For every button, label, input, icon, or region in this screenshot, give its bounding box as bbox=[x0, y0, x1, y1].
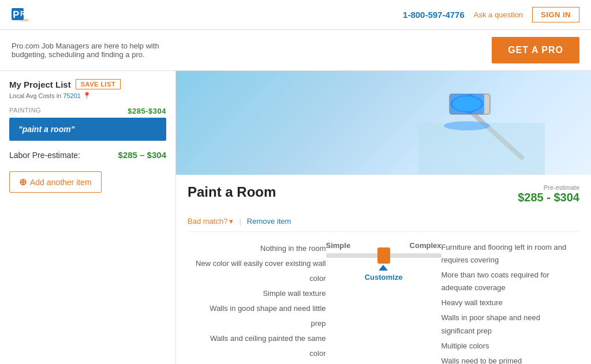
slider-thumb[interactable] bbox=[377, 247, 390, 264]
complex-side: Furniture and flooring left in room and … bbox=[442, 241, 574, 364]
slider-track[interactable] bbox=[326, 253, 442, 258]
plus-icon: ⊕ bbox=[19, 177, 27, 187]
info-text: Pro.com Job Managers are here to help wi… bbox=[12, 42, 159, 59]
complex-item: More than two coats required for adequat… bbox=[442, 269, 574, 294]
get-pro-button[interactable]: GET A PRO bbox=[492, 37, 579, 63]
customize-label[interactable]: Customize bbox=[365, 273, 403, 282]
hero-image bbox=[176, 71, 591, 175]
main-container: My Project List SAVE LIST Local Avg Cost… bbox=[0, 71, 591, 364]
complex-item: Walls in poor shape and need significant… bbox=[442, 312, 574, 337]
page-title: Paint a Room bbox=[188, 184, 276, 200]
sidebar: My Project List SAVE LIST Local Avg Cost… bbox=[0, 71, 176, 364]
simple-item: Walls in good shape and need little prep bbox=[193, 301, 326, 331]
save-list-button[interactable]: SAVE LIST bbox=[76, 79, 121, 89]
simple-item: Simple wall texture bbox=[193, 286, 326, 301]
pre-estimate-label: Pre-estimate bbox=[518, 184, 579, 191]
header-right: 1-800-597-4776 Ask a question SIGN IN bbox=[403, 7, 579, 22]
content-area: Paint a Room Pre-estimate $285 - $304 Ba… bbox=[176, 71, 591, 364]
simple-item: Walls and ceiling painted the same color bbox=[193, 331, 326, 361]
category-label: PAINTING $285-$304 bbox=[9, 107, 166, 115]
svg-rect-10 bbox=[418, 123, 545, 175]
project-item-button[interactable]: "paint a room" bbox=[9, 118, 166, 141]
pre-estimate-price: $285 - $304 bbox=[518, 191, 579, 204]
bad-match-link[interactable]: Bad match? ▾ bbox=[188, 217, 233, 226]
svg-point-9 bbox=[452, 96, 481, 111]
chevron-down-icon: ▾ bbox=[229, 217, 233, 226]
simple-item: Nothing in the room bbox=[193, 241, 326, 256]
info-bar: Pro.com Job Managers are here to help wi… bbox=[0, 30, 591, 71]
location-icon: 📍 bbox=[83, 92, 91, 100]
complex-item: Furniture and flooring left in room and … bbox=[442, 241, 574, 267]
labor-label: Labor Pre-estimate: bbox=[9, 151, 80, 160]
remove-item-link[interactable]: Remove item bbox=[247, 217, 291, 226]
logo[interactable]: P RO .com bbox=[12, 5, 46, 25]
svg-text:.com: .com bbox=[20, 17, 29, 21]
svg-text:RO: RO bbox=[20, 9, 31, 17]
content-body: Paint a Room Pre-estimate $285 - $304 Ba… bbox=[176, 175, 591, 364]
customize-section: Customize bbox=[365, 265, 403, 282]
labor-price: $285 – $304 bbox=[118, 150, 166, 160]
complex-item: Heavy wall texture bbox=[442, 297, 574, 309]
complex-item: Walls need to be primed bbox=[442, 355, 574, 364]
phone-number: 1-800-597-4776 bbox=[403, 10, 465, 20]
sidebar-header: My Project List SAVE LIST bbox=[9, 79, 166, 89]
pre-estimate-block: Pre-estimate $285 - $304 bbox=[518, 184, 579, 204]
separator: | bbox=[239, 217, 241, 226]
slider-section: Nothing in the roomNew color will easily… bbox=[188, 241, 579, 364]
complex-item: Multiple colors bbox=[442, 340, 574, 352]
svg-point-11 bbox=[444, 121, 490, 130]
simple-item: New color will easily cover existing wal… bbox=[193, 256, 326, 286]
customize-arrow-icon bbox=[379, 265, 388, 271]
action-row: Bad match? ▾ | Remove item bbox=[188, 211, 579, 232]
complex-label: Complex bbox=[410, 241, 442, 250]
sidebar-title: My Project List bbox=[9, 80, 71, 89]
category-price: $285-$304 bbox=[128, 107, 166, 115]
main-header: P RO .com 1-800-597-4776 Ask a question … bbox=[0, 0, 591, 30]
slider-middle: Simple Complex Customize bbox=[326, 241, 442, 282]
local-avg: Local Avg Costs in 75201 📍 bbox=[9, 92, 166, 100]
svg-text:P: P bbox=[13, 9, 19, 19]
add-item-button[interactable]: ⊕ Add another item bbox=[9, 171, 102, 193]
ask-question-link[interactable]: Ask a question bbox=[474, 10, 523, 19]
title-row: Paint a Room Pre-estimate $285 - $304 bbox=[188, 184, 579, 204]
sign-in-button[interactable]: SIGN IN bbox=[532, 7, 579, 22]
simple-label: Simple bbox=[326, 241, 351, 250]
simple-side: Nothing in the roomNew color will easily… bbox=[193, 241, 326, 361]
labor-row: Labor Pre-estimate: $285 – $304 bbox=[9, 150, 166, 160]
zip-code: 75201 bbox=[63, 92, 81, 99]
